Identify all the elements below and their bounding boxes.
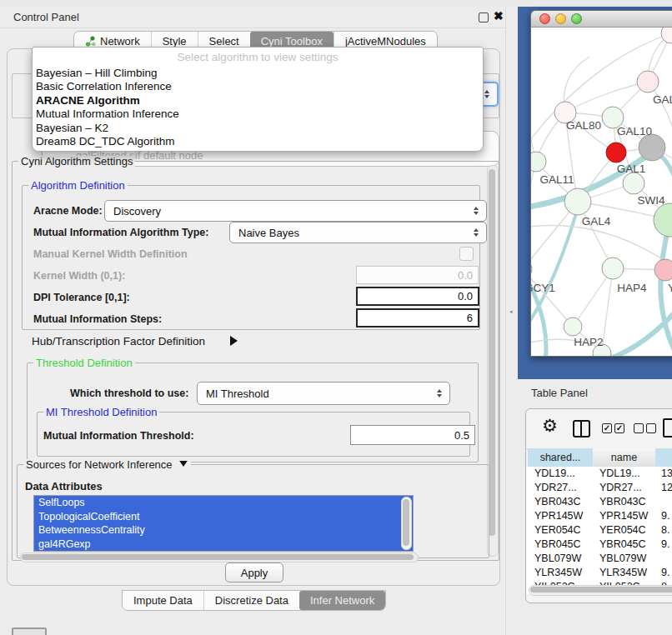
settings-scrollbar-thumb[interactable] xyxy=(489,169,495,536)
bottom-partial-icon[interactable] xyxy=(12,628,47,635)
mi-threshold-label: Mutual Information Threshold: xyxy=(43,430,194,442)
kernel-width-field[interactable]: 0.0 xyxy=(356,266,479,284)
dpi-tolerance-field[interactable]: 0.0 xyxy=(356,287,479,306)
mi-steps-field[interactable]: 6 xyxy=(356,308,479,328)
float-panel-icon[interactable] xyxy=(479,12,489,22)
manual-kernel-width-checkbox[interactable] xyxy=(459,247,474,261)
table-row[interactable]: YER054CYER054C8. xyxy=(526,523,672,538)
table-row[interactable]: YLR345WYLR345W9. xyxy=(526,566,672,580)
control-panel: Control Panel ✖ NetworkStyleSelectCyni T… xyxy=(0,7,505,613)
network-node-gal1[interactable] xyxy=(606,142,626,162)
table-cell: YER054C xyxy=(534,523,581,538)
aracne-mode-combo[interactable]: Discovery xyxy=(104,200,487,222)
table-cell: YDR27... xyxy=(599,481,642,495)
node-label: GAL80 xyxy=(566,119,601,132)
node-label: HAP4 xyxy=(617,282,647,294)
table-row[interactable]: YDR27...YDR27...12 xyxy=(526,481,672,495)
network-node-gal4[interactable] xyxy=(564,188,591,215)
data-attribute-item[interactable]: SelfLoops xyxy=(34,496,413,510)
bottom-tab-infer-network[interactable]: Infer Network xyxy=(299,591,385,610)
algorithm-option[interactable]: Bayesian – K2 xyxy=(33,122,483,135)
table-hscrollbar-thumb[interactable] xyxy=(530,587,672,592)
threshold-definition-title: Threshold Definition xyxy=(33,358,135,369)
network-node-hap2[interactable] xyxy=(564,318,582,336)
data-attribute-item[interactable]: TopologicalCoefficient xyxy=(34,510,413,524)
table-column-header[interactable]: shared... xyxy=(528,448,594,468)
which-threshold-combo[interactable]: MI Threshold xyxy=(197,382,450,405)
window-close-icon[interactable] xyxy=(539,13,550,24)
bottom-tab-discretize-data[interactable]: Discretize Data xyxy=(203,591,299,610)
checked-checkbox-icon[interactable]: ✓ xyxy=(614,423,624,433)
split-columns-icon[interactable] xyxy=(573,420,590,438)
network-icon xyxy=(85,36,96,47)
data-attribute-item[interactable]: BetweennessCentrality xyxy=(34,523,413,538)
aracne-mode-value: Discovery xyxy=(113,205,161,218)
node-label: GAL xyxy=(653,93,672,106)
mi-steps-label: Mutual Information Steps: xyxy=(33,313,162,325)
attributes-hscrollbar-thumb[interactable] xyxy=(22,554,414,560)
table-row[interactable]: YDL19...YDL19...13 xyxy=(526,467,672,481)
network-node-gal[interactable] xyxy=(637,71,659,92)
mi-algorithm-type-value: Naive Bayes xyxy=(238,227,299,239)
network-view-window[interactable]: GALGAL80GAL10GAL1GAL11SWI4GAL4GCY1HAP4YH… xyxy=(530,10,672,357)
table-cell: 8. xyxy=(661,523,669,538)
network-node-gcy1[interactable] xyxy=(531,260,532,278)
algorithm-option[interactable]: ARACNE Algorithm xyxy=(33,94,483,108)
cyni-algorithm-settings-title: Cyni Algorithm Settings xyxy=(18,156,135,168)
algorithm-option[interactable]: Mutual Information Inference xyxy=(33,108,483,121)
table-row[interactable]: YBR043CYBR043C xyxy=(526,495,672,509)
table-column-header[interactable]: name xyxy=(593,448,656,468)
hub-definition-label: Hub/Transcription Factor Definition xyxy=(32,335,205,348)
node-label: GAL1 xyxy=(617,162,646,175)
checked-checkbox-icon[interactable]: ✓ xyxy=(602,423,612,433)
attributes-scrollbar-thumb[interactable] xyxy=(403,499,409,546)
unchecked-checkbox-icon[interactable] xyxy=(646,423,656,433)
table-column-header[interactable] xyxy=(655,448,672,468)
mi-threshold-field[interactable]: 0.5 xyxy=(350,425,475,445)
export-table-icon[interactable] xyxy=(663,418,672,438)
algorithm-dropdown-popup: Select algorithm to view settings Bayesi… xyxy=(32,47,484,152)
attributes-horizontal-scrollbar[interactable] xyxy=(20,552,419,562)
network-node-gal11[interactable] xyxy=(531,152,546,172)
attributes-vertical-scrollbar[interactable] xyxy=(401,497,412,550)
spinner-arrows-icon xyxy=(474,207,479,215)
close-panel-icon[interactable]: ✖ xyxy=(494,9,504,22)
bottom-tab-impute-data[interactable]: Impute Data xyxy=(123,591,203,610)
network-node[interactable] xyxy=(654,203,672,237)
table-row[interactable]: YPR145WYPR145W9. xyxy=(526,509,672,523)
table-row[interactable]: YBR045CYBR045C9. xyxy=(526,538,672,552)
algorithm-option[interactable]: Basic Correlation Inference xyxy=(33,80,483,93)
table-settings-gear-icon[interactable]: ⚙ xyxy=(542,416,558,436)
node-label: GAL11 xyxy=(539,173,574,186)
data-attributes-list[interactable]: SelfLoopsTopologicalCoefficientBetweenne… xyxy=(33,495,414,552)
sources-title-text: Sources for Network Inference xyxy=(26,458,173,471)
node-label: GCY1 xyxy=(531,282,555,294)
window-zoom-icon[interactable] xyxy=(571,13,582,24)
network-node[interactable] xyxy=(639,134,665,161)
network-canvas[interactable]: GALGAL80GAL10GAL1GAL11SWI4GAL4GCY1HAP4YH… xyxy=(531,28,672,356)
panel-splitter[interactable]: ◂ xyxy=(505,7,519,635)
algorithm-dropdown-placeholder: Select algorithm to view settings xyxy=(33,48,483,67)
aracne-mode-label: Aracne Mode: xyxy=(33,205,103,217)
window-minimize-icon[interactable] xyxy=(555,13,566,24)
algorithm-dropdown-options: Bayesian – Hill ClimbingBasic Correlatio… xyxy=(33,67,483,148)
mi-algorithm-type-label: Mutual Information Algorithm Type: xyxy=(33,227,208,238)
splitter-grip-icon[interactable]: ◂ xyxy=(509,308,514,314)
tab-label: Network xyxy=(100,35,140,48)
table-horizontal-scrollbar[interactable] xyxy=(529,585,672,596)
data-attribute-item[interactable]: gal4RGexp xyxy=(34,538,413,552)
algorithm-option[interactable]: Dream8 DC_TDC Algorithm xyxy=(33,135,483,148)
network-node-y[interactable] xyxy=(654,259,672,281)
table-row[interactable]: YBL079WYBL079W xyxy=(526,552,672,566)
apply-button[interactable]: Apply xyxy=(225,562,283,582)
network-node-swi4[interactable] xyxy=(623,172,644,194)
network-window-titlebar[interactable] xyxy=(531,11,672,28)
network-node-hap4[interactable] xyxy=(602,258,624,279)
table-cell: 9. xyxy=(661,566,669,580)
table-cell: YLR345W xyxy=(534,566,582,580)
collapse-sources-icon[interactable] xyxy=(179,461,188,467)
unchecked-checkbox-icon[interactable] xyxy=(634,423,644,433)
expand-hub-section-icon[interactable] xyxy=(230,336,238,346)
mi-algorithm-type-combo[interactable]: Naive Bayes xyxy=(229,222,487,243)
algorithm-option[interactable]: Bayesian – Hill Climbing xyxy=(33,67,483,80)
